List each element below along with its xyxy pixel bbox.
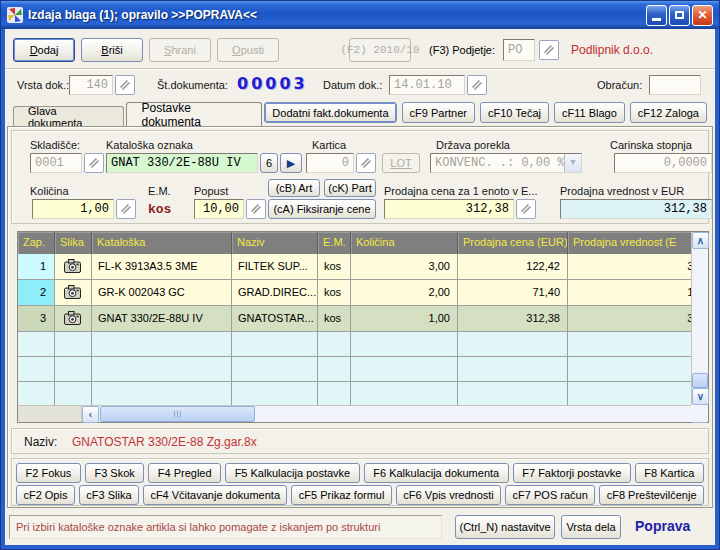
- fn-button-f8-kartica[interactable]: F8 Kartica: [635, 463, 704, 483]
- opusti-button[interactable]: Opusti: [217, 38, 279, 62]
- minimize-button[interactable]: [646, 5, 667, 26]
- kataloska-arrow-button[interactable]: ▶: [280, 153, 302, 173]
- lot-button[interactable]: LOT: [382, 153, 420, 173]
- column-header-slika[interactable]: Slika: [55, 232, 92, 254]
- brisi-button[interactable]: Briši: [81, 38, 143, 62]
- close-button[interactable]: ✕: [692, 5, 713, 26]
- status-message: Pri izbiri kataloške oznake artikla si l…: [9, 515, 442, 539]
- vrsta-dela-button[interactable]: Vrsta dela: [561, 515, 621, 539]
- scroll-left-icon[interactable]: ‹: [82, 406, 99, 423]
- fn-button-f4-pregled[interactable]: F4 Pregled: [148, 463, 221, 483]
- document-number: 00003: [237, 74, 308, 93]
- datum-dok-field[interactable]: 14.01.10: [389, 75, 465, 95]
- shrani-button[interactable]: Shrani: [149, 38, 211, 62]
- obracun-label: Obračun:: [597, 79, 642, 91]
- pencil-icon[interactable]: [116, 199, 136, 219]
- cb-art-button[interactable]: (cB) Art: [268, 179, 320, 197]
- vertical-scroll-thumb[interactable]: [692, 373, 708, 388]
- cena-field[interactable]: 312,38: [384, 199, 514, 219]
- ca-fiksiranje-button[interactable]: (cA) Fiksiranje cene: [268, 199, 376, 219]
- horizontal-scroll-thumb[interactable]: [100, 406, 255, 422]
- horizontal-scrollbar[interactable]: ‹ ›: [18, 405, 708, 422]
- obracun-field[interactable]: [649, 75, 701, 95]
- tab-postavke-dokumenta[interactable]: Postavke dokumenta: [126, 102, 262, 127]
- fn-button-cf6-vpis-vrednosti[interactable]: cF6 Vpis vrednosti: [396, 485, 501, 505]
- tab-button-cf12-zaloga[interactable]: cF12 Zaloga: [630, 102, 707, 123]
- empty-cell: [458, 382, 568, 405]
- ck-part-button[interactable]: (cK) Part: [324, 179, 376, 197]
- column-header-zap[interactable]: Zap.: [18, 232, 55, 254]
- vrsta-dok-field[interactable]: 140: [69, 75, 113, 95]
- empty-cell: [232, 357, 318, 382]
- empty-cell: [18, 357, 55, 382]
- kataloska-count-button[interactable]: 6: [260, 153, 278, 173]
- pencil-icon[interactable]: [246, 199, 266, 219]
- empty-cell: [351, 357, 458, 382]
- fn-button-f2-fokus[interactable]: F2 Fokus: [16, 463, 81, 483]
- fn-button-cf3-slika[interactable]: cF3 Slika: [79, 485, 139, 505]
- vrednost-label: Prodajna vrednost v EUR: [560, 185, 684, 197]
- skladisce-field[interactable]: 0001: [30, 153, 82, 173]
- fn-button-f5-kalkulacija-postavke[interactable]: F5 Kalkulacija postavke: [225, 463, 360, 483]
- fn-button-f3-skok[interactable]: F3 Skok: [85, 463, 144, 483]
- empty-cell: [92, 382, 232, 405]
- kolicina-field[interactable]: 1,00: [32, 199, 114, 219]
- scroll-up-icon[interactable]: ∧: [692, 232, 709, 249]
- pencil-icon[interactable]: [467, 75, 487, 95]
- drzava-label: Država porekla: [436, 139, 510, 151]
- fn-button-cf2-opis[interactable]: cF2 Opis: [16, 485, 75, 505]
- company-name: Podlipnik d.o.o.: [571, 43, 653, 57]
- column-header-koli-ina[interactable]: Količina: [351, 232, 458, 254]
- empty-cell: [318, 332, 351, 357]
- naziv-box: Naziv: GNATOSTAR 330/2E-88 Zg.gar.8x: [11, 428, 709, 454]
- horizontal-scroll-track[interactable]: [99, 406, 691, 422]
- tab-button-cf9-partner[interactable]: cF9 Partner: [402, 102, 475, 123]
- drzava-dropdown[interactable]: KONVENC. .: 0,00 % ▼: [430, 153, 582, 173]
- column-header-naziv[interactable]: Naziv: [232, 232, 318, 254]
- cena-label: Prodajna cena za 1 enoto v E...: [384, 185, 538, 197]
- vertical-scroll-track[interactable]: [692, 249, 708, 388]
- table-row[interactable]: 3GNAT 330/2E-88U IVGNATOSTAR...kos1,0031…: [18, 306, 691, 332]
- table-cell: 71,40: [458, 280, 568, 306]
- camera-icon: [55, 254, 92, 280]
- popust-field[interactable]: 10,00: [194, 199, 244, 219]
- maximize-button[interactable]: [669, 5, 690, 26]
- table-row[interactable]: 1FL-K 3913A3.5 3MEFILTEK SUP...kos3,0012…: [18, 254, 691, 280]
- podjetje-code-field[interactable]: PO: [503, 39, 535, 61]
- kataloska-field[interactable]: GNAT 330/2E-88U IV: [106, 153, 258, 173]
- scroll-down-icon[interactable]: ∨: [692, 388, 709, 405]
- column-header-e-m[interactable]: E.M.: [318, 232, 351, 254]
- tab-glava-dokumenta[interactable]: Glava dokumenta: [13, 106, 124, 126]
- vrednost-field: 312,38: [560, 199, 712, 219]
- chevron-down-icon[interactable]: ▼: [564, 154, 581, 172]
- tab-button-dodatni-fakt-dokumenta[interactable]: Dodatni fakt.dokumenta: [264, 102, 396, 123]
- dodaj-button[interactable]: Dodaj: [13, 38, 75, 62]
- column-header-katalo-ka[interactable]: Kataloška: [92, 232, 232, 254]
- carinska-field[interactable]: 0,0000: [614, 153, 712, 173]
- nastavitve-button[interactable]: (Ctrl_N) nastavitve: [455, 515, 555, 539]
- vertical-scrollbar[interactable]: ∧ ∨: [691, 232, 708, 405]
- pencil-icon[interactable]: [84, 153, 104, 173]
- table-row[interactable]: 2GR-K 002043 GCGRAD.DIREC...kos2,0071,40…: [18, 280, 691, 306]
- fn-button-cf8-pre-tevil-enje[interactable]: cF8 Preštevilčenje: [599, 485, 704, 505]
- naziv-value: GNATOSTAR 330/2E-88 Zg.gar.8x: [72, 435, 257, 449]
- pencil-icon[interactable]: [115, 75, 135, 95]
- function-buttons-box: F2 FokusF3 SkokF4 PregledF5 Kalkulacija …: [11, 458, 709, 506]
- tab-button-cf10-te-aj[interactable]: cF10 Tečaj: [480, 102, 549, 123]
- tab-button-cf11-blago[interactable]: cF11 Blago: [554, 102, 625, 123]
- pencil-icon[interactable]: [516, 199, 536, 219]
- column-header-prodajna-cena-eur[interactable]: Prodajna cena (EUR): [458, 232, 568, 254]
- datum-dok-label: Datum dok.:: [323, 79, 382, 91]
- fn-button-cf7-pos-ra-un[interactable]: cF7 POS račun: [505, 485, 595, 505]
- kartica-field[interactable]: 0: [306, 153, 354, 173]
- fn-button-f7-faktorji-postavke[interactable]: F7 Faktorji postavke: [513, 463, 631, 483]
- fn-button-cf4-v-itavanje-dokumenta[interactable]: cF4 Včitavanje dokumenta: [143, 485, 287, 505]
- fn-button-f6-kalkulacija-dokumenta[interactable]: F6 Kalkulacija dokumenta: [364, 463, 509, 483]
- pencil-icon[interactable]: [539, 40, 559, 60]
- column-header-prodajna-vrednost-e[interactable]: Prodajna vrednost (E: [568, 232, 691, 254]
- period-button[interactable]: (F2) 2010/10: [349, 38, 411, 62]
- pencil-icon[interactable]: [356, 153, 376, 173]
- table-header: Zap.SlikaKataloškaNazivE.M.KoličinaProda…: [18, 232, 691, 254]
- fn-button-cf5-prikaz-formul[interactable]: cF5 Prikaz formul: [291, 485, 391, 505]
- empty-cell: [318, 382, 351, 405]
